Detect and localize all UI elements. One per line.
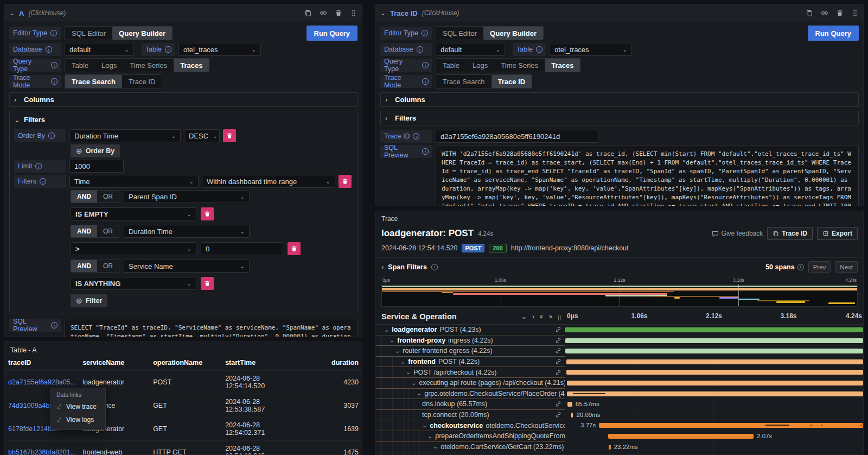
info-icon[interactable]: i [797,264,804,270]
filter-value-select[interactable]: Within dashboard time range⌄ [202,175,335,188]
delete-query-trash-icon[interactable] [335,9,342,17]
span-bar-cell[interactable] [565,325,863,336]
condition-field-select[interactable]: Parent Span ID⌄ [124,190,250,203]
span-collapse-chevron-icon[interactable]: ⌄ [384,326,389,333]
span-collapse-chevron-icon[interactable]: ⌄ [427,433,432,440]
filters-section[interactable]: ›Filters [380,111,859,125]
query-type-table[interactable]: Table [436,59,466,72]
span-name-cell[interactable]: ⌄frontend-proxyingress (4.22s) [376,336,565,346]
add-order-by-button[interactable]: ⊕Order By [71,144,120,157]
collapse-panel-icon[interactable]: ⌄ [9,9,15,17]
span-bar-cell[interactable] [565,378,863,389]
order-by-field-select[interactable]: Duration Time⌄ [69,129,181,142]
remove-condition-trash-icon[interactable] [288,242,301,255]
span-duration-bar[interactable] [565,338,863,343]
span-bar-cell[interactable] [565,367,863,378]
span-bar-cell[interactable]: 20.09ms [565,410,863,421]
view-logs-link[interactable]: View logs [56,413,100,426]
expand-all-icon[interactable]: » [549,313,553,320]
info-icon[interactable]: i [422,30,428,36]
panel-trace-id-header[interactable]: ⌄ Trace ID (ClickHouse) [376,5,863,21]
info-icon[interactable]: i [46,46,52,53]
span-link-icon[interactable] [555,369,565,376]
span-collapse-chevron-icon[interactable]: ⌄ [411,380,416,387]
columns-section[interactable]: ›Columns [9,92,358,107]
span-bar-cell[interactable] [565,357,863,368]
span-duration-bar[interactable] [599,423,863,428]
hide-query-eye-icon[interactable] [821,9,828,17]
span-name-cell[interactable]: tcp.connect (20.09ms) [376,410,565,421]
span-bar-cell[interactable] [565,389,863,400]
span-collapse-chevron-icon[interactable]: ⌄ [433,443,438,450]
col-operationname[interactable]: operationName [150,355,222,371]
span-filters-chevron-icon[interactable]: › [381,263,384,271]
col-starttime[interactable]: startTime [222,355,297,371]
span-duration-bar[interactable] [566,370,863,375]
duplicate-icon[interactable] [304,9,312,17]
and-option[interactable]: AND [71,191,97,203]
span-duration-bar[interactable] [567,381,863,386]
condition-operator-select[interactable]: IS EMPTY⌄ [71,207,196,220]
col-duration[interactable]: duration [297,355,362,371]
span-name-cell[interactable]: ⌄frontendPOST (4.22s) [376,357,565,368]
remove-order-by-trash-icon[interactable] [223,129,236,142]
trace-id-link[interactable]: bb5167b236bfa8201... [5,441,79,455]
span-duration-bar[interactable] [608,434,754,439]
filters-section-header[interactable]: ⌄Filters [14,114,353,129]
span-name-cell[interactable]: dns.lookup (65.57ms) [376,399,565,410]
col-servicename[interactable]: serviceName [79,355,150,371]
info-icon[interactable]: i [50,30,57,36]
add-filter-button[interactable]: ⊕Filter [71,294,107,307]
span-collapse-chevron-icon[interactable]: ⌄ [390,337,394,344]
drag-handle-icon[interactable] [350,9,358,17]
remove-filter-trash-icon[interactable] [339,175,352,188]
span-name-cell[interactable]: ⌄cartservicePOST /oteldemo.CartService/G… [376,452,565,455]
info-icon[interactable]: i [51,322,58,328]
query-type-timeseries[interactable]: Time Series [494,59,545,72]
span-duration-bar[interactable] [571,413,573,418]
info-icon[interactable]: i [413,133,419,140]
span-name-cell[interactable]: ⌄loadgeneratorPOST (4.23s) [376,325,565,336]
span-bar-cell[interactable] [565,452,863,455]
query-type-traces[interactable]: Traces [545,59,580,72]
span-bar-cell[interactable] [565,336,863,346]
span-name-cell[interactable]: ⌄router frontend egress (4.22s) [376,346,565,357]
trace-id-option[interactable]: Trace ID [492,75,532,88]
filter-field-select[interactable]: Time⌄ [69,175,199,188]
span-name-cell[interactable]: ⌄POST /api/checkout (4.22s) [376,367,565,378]
span-duration-bar[interactable] [609,445,610,450]
span-duration-bar[interactable] [565,327,863,332]
span-link-icon[interactable] [555,326,565,333]
column-resize-handle[interactable]: || [558,315,561,320]
trace-search-option[interactable]: Trace Search [436,75,492,88]
query-type-traces[interactable]: Traces [174,59,209,72]
query-type-timeseries[interactable]: Time Series [123,59,174,72]
info-icon[interactable]: i [536,46,542,53]
export-button[interactable]: Export [817,227,858,240]
info-icon[interactable]: i [422,148,429,155]
info-icon[interactable]: i [431,264,438,270]
span-bar-cell[interactable]: 65.57ms [565,399,863,410]
span-name-cell[interactable]: ⌄prepareOrderItemsAndShippingQuoteFromCa… [376,431,565,442]
database-select[interactable]: default⌄ [436,43,505,56]
condition-field-select[interactable]: Service Name⌄ [124,260,250,273]
or-option[interactable]: OR [97,225,119,237]
span-collapse-chevron-icon[interactable]: ⌄ [417,390,422,397]
delete-query-trash-icon[interactable] [836,9,844,17]
trace-minimap[interactable] [381,284,858,307]
and-option[interactable]: AND [71,260,97,272]
sql-editor-option[interactable]: SQL Editor [436,27,483,40]
trace-id-copy-button[interactable]: Trace ID [767,227,813,240]
prev-button[interactable]: Prev [808,261,831,273]
info-icon[interactable]: i [165,46,171,53]
collapse-one-icon[interactable]: ⌄ [521,313,527,320]
remove-condition-trash-icon[interactable] [201,277,214,290]
span-link-icon[interactable] [555,337,565,344]
hide-query-eye-icon[interactable] [320,9,327,17]
condition-operator-select[interactable]: >⌄ [71,242,196,255]
next-button[interactable]: Next [835,261,858,273]
panel-a-header[interactable]: ⌄ A (ClickHouse) [5,5,362,21]
span-duration-bar[interactable] [567,402,572,407]
trace-id-input[interactable] [436,130,598,143]
span-link-icon[interactable] [555,358,565,365]
